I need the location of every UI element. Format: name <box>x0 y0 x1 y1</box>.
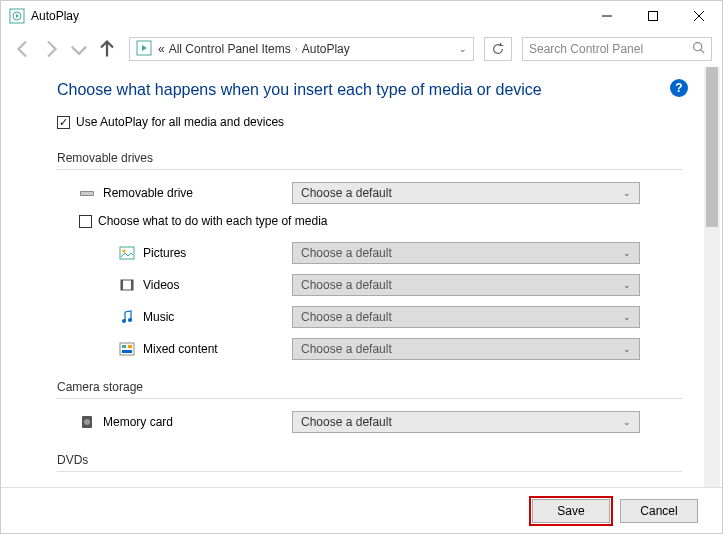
music-dropdown[interactable]: Choose a default ⌄ <box>292 306 640 328</box>
content-area: ? Choose what happens when you insert ea… <box>1 67 722 487</box>
svg-rect-13 <box>81 192 93 195</box>
up-button[interactable] <box>95 37 119 61</box>
divider <box>57 169 682 170</box>
breadcrumb: « All Control Panel Items › AutoPlay <box>158 42 453 56</box>
pictures-icon <box>119 245 135 261</box>
each-media-label: Choose what to do with each type of medi… <box>98 214 327 228</box>
address-dropdown-icon[interactable]: ⌄ <box>459 44 467 54</box>
titlebar: AutoPlay <box>1 1 722 31</box>
videos-icon <box>119 277 135 293</box>
use-autoplay-checkbox[interactable] <box>57 116 70 129</box>
svg-rect-25 <box>122 350 132 353</box>
minimize-button[interactable] <box>584 1 630 31</box>
chevron-down-icon: ⌄ <box>623 188 631 198</box>
videos-label: Videos <box>143 278 179 292</box>
chevron-down-icon: ⌄ <box>623 344 631 354</box>
pictures-label: Pictures <box>143 246 186 260</box>
svg-rect-18 <box>131 280 133 290</box>
drive-icon <box>79 185 95 201</box>
chevron-down-icon: ⌄ <box>623 312 631 322</box>
music-icon <box>119 309 135 325</box>
breadcrumb-item[interactable]: All Control Panel Items <box>169 42 291 56</box>
forward-button[interactable] <box>39 37 63 61</box>
chevron-down-icon: ⌄ <box>623 248 631 258</box>
back-button[interactable] <box>11 37 35 61</box>
recent-dropdown[interactable] <box>67 37 91 61</box>
svg-point-15 <box>123 250 126 253</box>
scroll-thumb[interactable] <box>706 67 718 227</box>
svg-point-10 <box>694 43 702 51</box>
window-title: AutoPlay <box>31 9 79 23</box>
memory-card-dropdown[interactable]: Choose a default ⌄ <box>292 411 640 433</box>
pictures-dropdown[interactable]: Choose a default ⌄ <box>292 242 640 264</box>
svg-line-11 <box>701 50 704 53</box>
scrollbar[interactable] <box>704 67 720 487</box>
chevron-down-icon: ⌄ <box>623 280 631 290</box>
breadcrumb-item[interactable]: AutoPlay <box>302 42 350 56</box>
help-icon[interactable]: ? <box>670 79 688 97</box>
breadcrumb-prefix[interactable]: « <box>158 42 165 56</box>
chevron-down-icon: ⌄ <box>623 417 631 427</box>
svg-rect-23 <box>122 345 126 348</box>
removable-drive-label: Removable drive <box>103 186 193 200</box>
each-media-checkbox[interactable] <box>79 215 92 228</box>
autoplay-app-icon <box>9 8 25 24</box>
section-header-removable: Removable drives <box>57 151 682 165</box>
addressbar[interactable]: « All Control Panel Items › AutoPlay ⌄ <box>129 37 474 61</box>
removable-drive-dropdown[interactable]: Choose a default ⌄ <box>292 182 640 204</box>
svg-rect-24 <box>128 345 132 348</box>
svg-point-27 <box>84 419 90 425</box>
mixed-content-label: Mixed content <box>143 342 218 356</box>
music-label: Music <box>143 310 174 324</box>
divider <box>57 398 682 399</box>
memory-card-icon <box>79 414 95 430</box>
svg-rect-22 <box>120 343 134 355</box>
search-input[interactable]: Search Control Panel <box>522 37 712 61</box>
autoplay-path-icon <box>136 40 152 59</box>
navbar: « All Control Panel Items › AutoPlay ⌄ S… <box>1 31 722 67</box>
chevron-right-icon: › <box>295 44 298 54</box>
footer: Save Cancel <box>1 487 722 533</box>
save-button[interactable]: Save <box>532 499 610 523</box>
search-placeholder: Search Control Panel <box>529 42 643 56</box>
svg-rect-14 <box>120 247 134 259</box>
divider <box>57 471 682 472</box>
page-title: Choose what happens when you insert each… <box>57 81 682 99</box>
close-button[interactable] <box>676 1 722 31</box>
mixed-content-dropdown[interactable]: Choose a default ⌄ <box>292 338 640 360</box>
videos-dropdown[interactable]: Choose a default ⌄ <box>292 274 640 296</box>
memory-card-label: Memory card <box>103 415 173 429</box>
use-autoplay-label: Use AutoPlay for all media and devices <box>76 115 284 129</box>
mixed-content-icon <box>119 341 135 357</box>
search-icon <box>692 41 705 57</box>
refresh-button[interactable] <box>484 37 512 61</box>
svg-point-20 <box>128 318 132 322</box>
cancel-button[interactable]: Cancel <box>620 499 698 523</box>
section-header-dvds: DVDs <box>57 453 682 467</box>
maximize-button[interactable] <box>630 1 676 31</box>
svg-rect-17 <box>121 280 123 290</box>
section-header-camera: Camera storage <box>57 380 682 394</box>
svg-rect-4 <box>649 12 658 21</box>
